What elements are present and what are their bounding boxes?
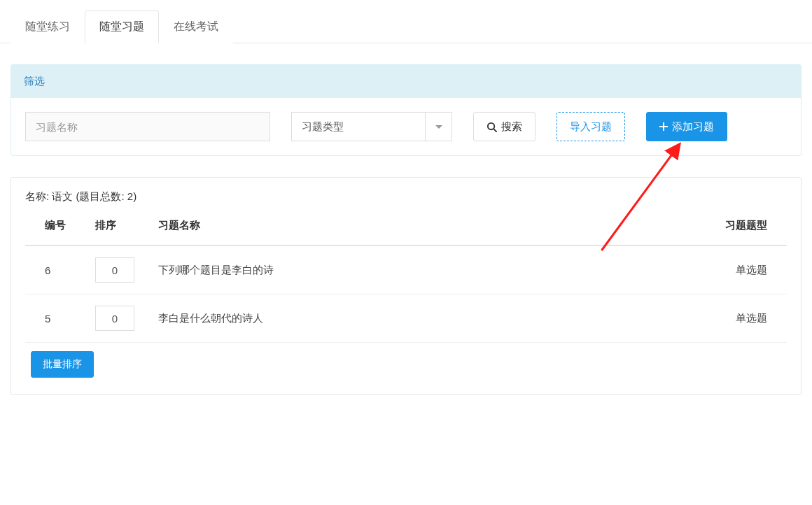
filter-panel: 筛选 习题类型 搜索 导入习题 添加习题: [10, 64, 802, 156]
exercise-type-select[interactable]: 习题类型: [291, 112, 452, 141]
table-header-row: 编号 排序 习题名称 习题题型: [25, 206, 787, 246]
cell-sort: [88, 294, 151, 343]
col-id: 编号: [25, 206, 88, 246]
tab-practice[interactable]: 随堂练习: [10, 10, 85, 43]
cell-id: 6: [25, 246, 88, 294]
import-button-label: 导入习题: [570, 120, 612, 134]
chevron-down-icon: [425, 113, 451, 141]
batch-sort-label: 批量排序: [43, 358, 82, 371]
cell-type: 单选题: [717, 246, 787, 294]
content-panel: 名称: 语文 (题目总数: 2) 编号 排序 习题名称 习题题型 6下列哪个题目…: [10, 177, 802, 395]
sort-input[interactable]: [95, 306, 134, 331]
table-row: 6下列哪个题目是李白的诗单选题: [25, 246, 787, 294]
search-button-label: 搜索: [501, 120, 522, 134]
tab-exam[interactable]: 在线考试: [159, 10, 233, 43]
cell-type: 单选题: [717, 294, 787, 343]
content-title: 名称: 语文 (题目总数: 2): [11, 178, 801, 206]
sort-input[interactable]: [95, 257, 134, 283]
col-type: 习题题型: [717, 206, 787, 246]
filter-body: 习题类型 搜索 导入习题 添加习题: [11, 98, 801, 155]
col-sort: 排序: [88, 206, 151, 246]
plus-icon: [659, 122, 668, 131]
cell-name: 下列哪个题目是李白的诗: [151, 246, 717, 294]
add-button-label: 添加习题: [672, 120, 714, 134]
exercise-table: 编号 排序 习题名称 习题题型 6下列哪个题目是李白的诗单选题5李白是什么朝代的…: [25, 206, 787, 343]
cell-name: 李白是什么朝代的诗人: [151, 294, 717, 343]
batch-sort-button[interactable]: 批量排序: [31, 351, 94, 378]
import-button[interactable]: 导入习题: [556, 112, 625, 141]
exercise-type-label: 习题类型: [292, 113, 425, 141]
search-button[interactable]: 搜索: [473, 112, 536, 141]
table-row: 5李白是什么朝代的诗人单选题: [25, 294, 787, 343]
col-name: 习题名称: [151, 206, 717, 246]
tab-exercises[interactable]: 随堂习题: [85, 10, 159, 43]
search-icon: [486, 122, 497, 132]
tab-bar: 随堂练习 随堂习题 在线考试: [0, 0, 812, 43]
cell-id: 5: [25, 294, 88, 343]
filter-title: 筛选: [11, 65, 801, 98]
svg-line-1: [493, 129, 496, 131]
exercise-name-input[interactable]: [25, 112, 270, 141]
cell-sort: [88, 246, 151, 294]
add-exercise-button[interactable]: 添加习题: [646, 112, 727, 141]
